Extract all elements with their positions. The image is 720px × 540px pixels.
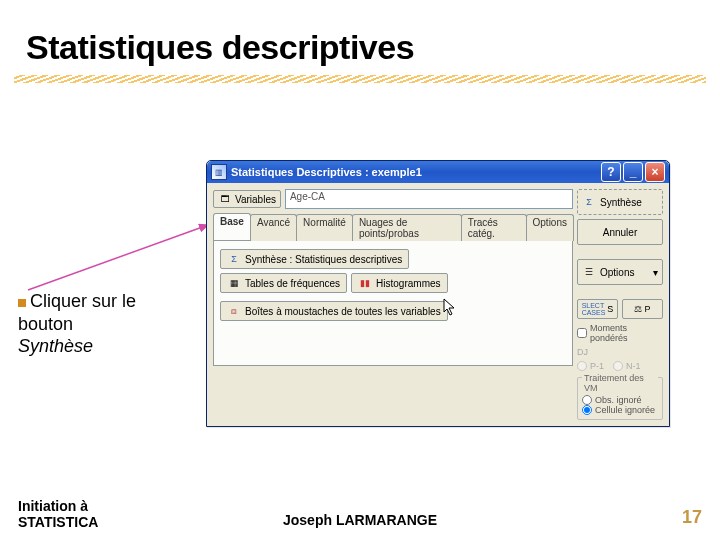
minimize-button[interactable]: _ [623, 162, 643, 182]
arrow-pointer [18, 220, 218, 300]
options-label: Options [600, 267, 634, 278]
histogram-icon: ▮▮ [358, 276, 372, 290]
statistica-dialog: ▥ Statistiques Descriptives : exemple1 ?… [206, 160, 670, 427]
n1-radio [613, 361, 623, 371]
select-cases-icon: SLECTCASES [582, 302, 606, 316]
table-icon: ▦ [227, 276, 241, 290]
freq-tables-label: Tables de fréquences [245, 278, 340, 289]
tab-base[interactable]: Base [213, 213, 251, 240]
synthese-button[interactable]: Σ Synthèse [577, 189, 663, 215]
histograms-button[interactable]: ▮▮ Histogrammes [351, 273, 447, 293]
instruction-text: Cliquer sur le bouton Synthèse [18, 290, 188, 358]
footer-page-number: 17 [682, 507, 702, 528]
titlebar[interactable]: ▥ Statistiques Descriptives : exemple1 ?… [207, 161, 669, 183]
tab-traces[interactable]: Tracés catég. [461, 214, 527, 241]
cell-ignore-radio[interactable] [582, 405, 592, 415]
close-button[interactable]: × [645, 162, 665, 182]
sum-icon: Σ [227, 252, 241, 266]
annuler-label: Annuler [603, 227, 637, 238]
svg-line-0 [28, 225, 208, 290]
options-button[interactable]: ☰ Options ▾ [577, 259, 663, 285]
histograms-label: Histogrammes [376, 278, 440, 289]
vm-fieldset: Traitement des VM Obs. ignoré Cellule ig… [577, 377, 663, 420]
moments-checkbox[interactable] [577, 328, 587, 338]
tab-options[interactable]: Options [526, 214, 574, 241]
options-icon: ☰ [582, 265, 596, 279]
n1-label: N-1 [626, 361, 641, 371]
footer-center: Joseph LARMARANGE [0, 512, 720, 528]
synthesis-stats-label: Synthèse : Statistiques descriptives [245, 254, 402, 265]
tab-panel-base: Σ Synthèse : Statistiques descriptives ▦… [213, 241, 573, 366]
synthesis-stats-button[interactable]: Σ Synthèse : Statistiques descriptives [220, 249, 409, 269]
help-button[interactable]: ? [601, 162, 621, 182]
titlebar-text: Statistiques Descriptives : exemple1 [231, 166, 599, 178]
boxplot-icon: ⧈ [227, 304, 241, 318]
dj-label: DJ [577, 347, 588, 357]
p1-radio [577, 361, 587, 371]
boxplots-label: Boîtes à moustaches de toutes les variab… [245, 306, 441, 317]
variables-label: Variables [235, 194, 276, 205]
tab-nuages[interactable]: Nuages de points/probas [352, 214, 462, 241]
sum-icon-small: Σ [582, 195, 596, 209]
bullet-icon [18, 299, 26, 307]
synthese-label: Synthèse [600, 197, 642, 208]
app-icon: ▥ [211, 164, 227, 180]
variables-display: Age-CA [285, 189, 573, 209]
vm-fieldset-label: Traitement des VM [582, 373, 658, 393]
title-underline [14, 75, 706, 83]
tabbar: Base Avancé Normalité Nuages de points/p… [213, 213, 573, 241]
p-button[interactable]: ⚖ P [622, 299, 663, 319]
slide-title: Statistiques descriptives [0, 0, 720, 67]
p1-label: P-1 [590, 361, 604, 371]
weight-icon: ⚖ [634, 304, 642, 314]
cell-ignore-label: Cellule ignorée [595, 405, 655, 415]
freq-tables-button[interactable]: ▦ Tables de fréquences [220, 273, 347, 293]
tab-avance[interactable]: Avancé [250, 214, 297, 241]
annuler-button[interactable]: Annuler [577, 219, 663, 245]
moments-label: Moments pondérés [590, 323, 663, 343]
tab-normalite[interactable]: Normalité [296, 214, 353, 241]
variables-button[interactable]: 🗔 Variables [213, 190, 281, 208]
obs-ignore-label: Obs. ignoré [595, 395, 642, 405]
variables-icon: 🗔 [218, 192, 232, 206]
boxplots-button[interactable]: ⧈ Boîtes à moustaches de toutes les vari… [220, 301, 448, 321]
chevron-down-icon: ▾ [653, 267, 658, 278]
obs-ignore-radio[interactable] [582, 395, 592, 405]
select-cases-button[interactable]: SLECTCASES S [577, 299, 618, 319]
